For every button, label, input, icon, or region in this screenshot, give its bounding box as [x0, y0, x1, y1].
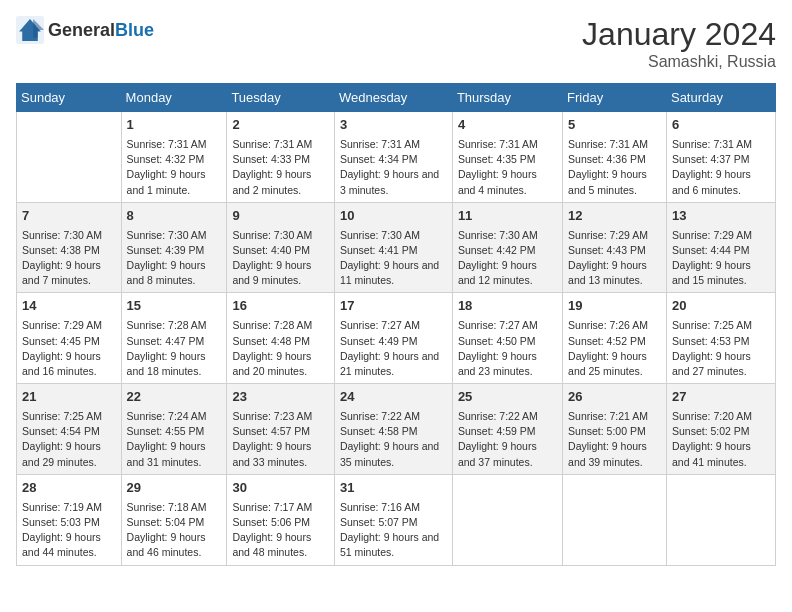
location: Samashki, Russia [582, 53, 776, 71]
day-number: 3 [340, 116, 447, 135]
calendar-cell: 10Sunrise: 7:30 AM Sunset: 4:41 PM Dayli… [334, 202, 452, 293]
calendar-cell: 24Sunrise: 7:22 AM Sunset: 4:58 PM Dayli… [334, 384, 452, 475]
cell-content: Sunrise: 7:25 AM Sunset: 4:54 PM Dayligh… [22, 409, 116, 470]
cell-content: Sunrise: 7:31 AM Sunset: 4:37 PM Dayligh… [672, 137, 770, 198]
cell-content: Sunrise: 7:25 AM Sunset: 4:53 PM Dayligh… [672, 318, 770, 379]
cell-content: Sunrise: 7:27 AM Sunset: 4:49 PM Dayligh… [340, 318, 447, 379]
calendar-cell [452, 474, 562, 565]
calendar-cell [563, 474, 667, 565]
cell-content: Sunrise: 7:28 AM Sunset: 4:48 PM Dayligh… [232, 318, 329, 379]
day-number: 6 [672, 116, 770, 135]
calendar-cell: 7Sunrise: 7:30 AM Sunset: 4:38 PM Daylig… [17, 202, 122, 293]
calendar-cell: 22Sunrise: 7:24 AM Sunset: 4:55 PM Dayli… [121, 384, 227, 475]
day-number: 26 [568, 388, 661, 407]
calendar-cell: 6Sunrise: 7:31 AM Sunset: 4:37 PM Daylig… [666, 112, 775, 203]
calendar-cell: 28Sunrise: 7:19 AM Sunset: 5:03 PM Dayli… [17, 474, 122, 565]
day-number: 13 [672, 207, 770, 226]
calendar-cell: 8Sunrise: 7:30 AM Sunset: 4:39 PM Daylig… [121, 202, 227, 293]
day-number: 18 [458, 297, 557, 316]
day-number: 24 [340, 388, 447, 407]
calendar-cell: 20Sunrise: 7:25 AM Sunset: 4:53 PM Dayli… [666, 293, 775, 384]
calendar-cell: 11Sunrise: 7:30 AM Sunset: 4:42 PM Dayli… [452, 202, 562, 293]
day-number: 17 [340, 297, 447, 316]
calendar-cell: 3Sunrise: 7:31 AM Sunset: 4:34 PM Daylig… [334, 112, 452, 203]
calendar-cell: 29Sunrise: 7:18 AM Sunset: 5:04 PM Dayli… [121, 474, 227, 565]
cell-content: Sunrise: 7:27 AM Sunset: 4:50 PM Dayligh… [458, 318, 557, 379]
day-number: 29 [127, 479, 222, 498]
calendar-cell: 17Sunrise: 7:27 AM Sunset: 4:49 PM Dayli… [334, 293, 452, 384]
day-number: 16 [232, 297, 329, 316]
calendar-cell: 15Sunrise: 7:28 AM Sunset: 4:47 PM Dayli… [121, 293, 227, 384]
day-number: 11 [458, 207, 557, 226]
day-number: 28 [22, 479, 116, 498]
column-header-monday: Monday [121, 84, 227, 112]
day-number: 30 [232, 479, 329, 498]
day-number: 19 [568, 297, 661, 316]
day-number: 31 [340, 479, 447, 498]
week-row-1: 1Sunrise: 7:31 AM Sunset: 4:32 PM Daylig… [17, 112, 776, 203]
cell-content: Sunrise: 7:22 AM Sunset: 4:58 PM Dayligh… [340, 409, 447, 470]
column-header-friday: Friday [563, 84, 667, 112]
page-header: GeneralBlue January 2024 Samashki, Russi… [16, 16, 776, 71]
cell-content: Sunrise: 7:26 AM Sunset: 4:52 PM Dayligh… [568, 318, 661, 379]
calendar-cell [666, 474, 775, 565]
calendar-cell: 23Sunrise: 7:23 AM Sunset: 4:57 PM Dayli… [227, 384, 335, 475]
cell-content: Sunrise: 7:31 AM Sunset: 4:34 PM Dayligh… [340, 137, 447, 198]
cell-content: Sunrise: 7:29 AM Sunset: 4:43 PM Dayligh… [568, 228, 661, 289]
day-number: 7 [22, 207, 116, 226]
column-header-sunday: Sunday [17, 84, 122, 112]
calendar-cell: 31Sunrise: 7:16 AM Sunset: 5:07 PM Dayli… [334, 474, 452, 565]
day-number: 23 [232, 388, 329, 407]
day-number: 9 [232, 207, 329, 226]
day-number: 25 [458, 388, 557, 407]
day-number: 4 [458, 116, 557, 135]
cell-content: Sunrise: 7:31 AM Sunset: 4:33 PM Dayligh… [232, 137, 329, 198]
logo: GeneralBlue [16, 16, 154, 44]
calendar-cell: 12Sunrise: 7:29 AM Sunset: 4:43 PM Dayli… [563, 202, 667, 293]
cell-content: Sunrise: 7:31 AM Sunset: 4:32 PM Dayligh… [127, 137, 222, 198]
cell-content: Sunrise: 7:31 AM Sunset: 4:36 PM Dayligh… [568, 137, 661, 198]
cell-content: Sunrise: 7:24 AM Sunset: 4:55 PM Dayligh… [127, 409, 222, 470]
cell-content: Sunrise: 7:20 AM Sunset: 5:02 PM Dayligh… [672, 409, 770, 470]
calendar-cell: 27Sunrise: 7:20 AM Sunset: 5:02 PM Dayli… [666, 384, 775, 475]
calendar-cell: 1Sunrise: 7:31 AM Sunset: 4:32 PM Daylig… [121, 112, 227, 203]
day-number: 27 [672, 388, 770, 407]
cell-content: Sunrise: 7:30 AM Sunset: 4:40 PM Dayligh… [232, 228, 329, 289]
cell-content: Sunrise: 7:28 AM Sunset: 4:47 PM Dayligh… [127, 318, 222, 379]
cell-content: Sunrise: 7:18 AM Sunset: 5:04 PM Dayligh… [127, 500, 222, 561]
day-number: 14 [22, 297, 116, 316]
month-year: January 2024 [582, 16, 776, 53]
calendar-cell [17, 112, 122, 203]
week-row-5: 28Sunrise: 7:19 AM Sunset: 5:03 PM Dayli… [17, 474, 776, 565]
header-row: SundayMondayTuesdayWednesdayThursdayFrid… [17, 84, 776, 112]
day-number: 8 [127, 207, 222, 226]
day-number: 20 [672, 297, 770, 316]
calendar-cell: 21Sunrise: 7:25 AM Sunset: 4:54 PM Dayli… [17, 384, 122, 475]
calendar-cell: 2Sunrise: 7:31 AM Sunset: 4:33 PM Daylig… [227, 112, 335, 203]
day-number: 1 [127, 116, 222, 135]
cell-content: Sunrise: 7:30 AM Sunset: 4:39 PM Dayligh… [127, 228, 222, 289]
logo-text: GeneralBlue [48, 21, 154, 40]
cell-content: Sunrise: 7:23 AM Sunset: 4:57 PM Dayligh… [232, 409, 329, 470]
calendar-cell: 5Sunrise: 7:31 AM Sunset: 4:36 PM Daylig… [563, 112, 667, 203]
logo-icon [16, 16, 44, 44]
calendar-cell: 25Sunrise: 7:22 AM Sunset: 4:59 PM Dayli… [452, 384, 562, 475]
column-header-tuesday: Tuesday [227, 84, 335, 112]
cell-content: Sunrise: 7:30 AM Sunset: 4:38 PM Dayligh… [22, 228, 116, 289]
day-number: 5 [568, 116, 661, 135]
day-number: 10 [340, 207, 447, 226]
week-row-3: 14Sunrise: 7:29 AM Sunset: 4:45 PM Dayli… [17, 293, 776, 384]
cell-content: Sunrise: 7:17 AM Sunset: 5:06 PM Dayligh… [232, 500, 329, 561]
day-number: 15 [127, 297, 222, 316]
cell-content: Sunrise: 7:31 AM Sunset: 4:35 PM Dayligh… [458, 137, 557, 198]
calendar-cell: 9Sunrise: 7:30 AM Sunset: 4:40 PM Daylig… [227, 202, 335, 293]
cell-content: Sunrise: 7:21 AM Sunset: 5:00 PM Dayligh… [568, 409, 661, 470]
calendar-cell: 4Sunrise: 7:31 AM Sunset: 4:35 PM Daylig… [452, 112, 562, 203]
week-row-2: 7Sunrise: 7:30 AM Sunset: 4:38 PM Daylig… [17, 202, 776, 293]
calendar-cell: 13Sunrise: 7:29 AM Sunset: 4:44 PM Dayli… [666, 202, 775, 293]
column-header-saturday: Saturday [666, 84, 775, 112]
week-row-4: 21Sunrise: 7:25 AM Sunset: 4:54 PM Dayli… [17, 384, 776, 475]
calendar-cell: 30Sunrise: 7:17 AM Sunset: 5:06 PM Dayli… [227, 474, 335, 565]
calendar-cell: 26Sunrise: 7:21 AM Sunset: 5:00 PM Dayli… [563, 384, 667, 475]
day-number: 2 [232, 116, 329, 135]
